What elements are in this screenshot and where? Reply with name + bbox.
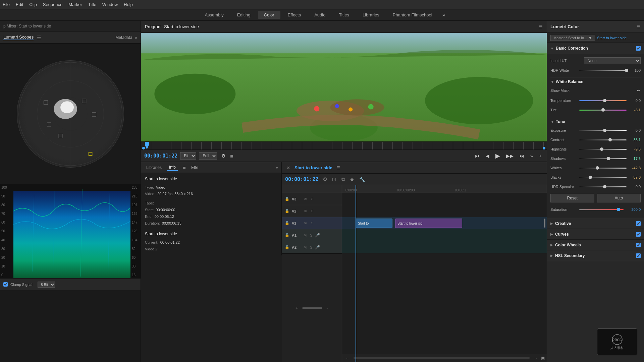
contrast-thumb[interactable] (608, 138, 612, 141)
zoom-slider[interactable] (302, 307, 322, 309)
hsl-secondary-section[interactable]: ▶ HSL Secondary (547, 250, 644, 261)
quality-select[interactable]: Full (199, 152, 217, 160)
tint-slider[interactable] (579, 110, 627, 111)
step-forward-btn[interactable]: ⏭ (518, 153, 526, 159)
tl-a2-area[interactable] (342, 241, 547, 253)
track-a2-lock[interactable]: 🔒 (284, 245, 290, 250)
menu-help[interactable]: Help (124, 2, 133, 7)
bit-depth-select[interactable]: 8 Bit (38, 282, 55, 288)
clip-start-to[interactable]: Start to (356, 219, 392, 228)
clamp-signal-checkbox[interactable] (3, 282, 8, 287)
settings-btn[interactable]: ⚙ (220, 153, 227, 159)
whites-thumb[interactable] (596, 166, 599, 170)
hdr-white-thumb[interactable] (625, 69, 628, 72)
track-a1-lock[interactable]: 🔒 (284, 233, 290, 238)
metadata-tab[interactable]: Metadata (115, 35, 132, 40)
tab-info[interactable]: Info (167, 164, 178, 171)
step-back-btn[interactable]: ⏮ (473, 153, 481, 159)
tab-libraries[interactable]: Libraries (357, 11, 385, 19)
menu-window[interactable]: Window (102, 2, 118, 7)
tab-editing[interactable]: Editing (231, 11, 257, 19)
clip-link[interactable]: Start to lower side... (597, 36, 630, 40)
track-a2-m[interactable]: M (303, 245, 308, 250)
menu-edit[interactable]: Edit (16, 2, 23, 7)
eyedropper-icon[interactable]: ✒ (637, 88, 641, 93)
temperature-slider[interactable] (579, 100, 627, 101)
exposure-slider[interactable] (579, 130, 627, 131)
track-v3-lock[interactable]: 🔒 (284, 196, 290, 201)
loop-btn[interactable]: » (529, 153, 535, 159)
add-mark-btn[interactable]: + (537, 153, 543, 159)
tab-audio[interactable]: Audio (308, 11, 331, 19)
fit-select[interactable]: Fit (180, 152, 196, 160)
basic-correction-header[interactable]: ▼ Basic Correction (547, 43, 644, 54)
saturation-thumb[interactable] (617, 208, 620, 211)
blacks-slider[interactable] (579, 177, 627, 178)
lumetri-menu-icon[interactable]: ☰ (637, 24, 641, 29)
hdr-specular-thumb[interactable] (603, 185, 606, 188)
tab-more-icon[interactable]: » (442, 12, 445, 18)
track-v2-vis[interactable]: 👁 (303, 209, 308, 214)
tl-hscroll[interactable] (354, 357, 530, 359)
whites-slider[interactable] (579, 168, 627, 169)
tl-wrench-btn[interactable]: 🔧 (358, 176, 366, 183)
program-monitor-menu[interactable]: ☰ (539, 24, 543, 29)
timeline-menu-icon[interactable]: ☰ (336, 166, 340, 170)
highlights-slider[interactable] (579, 149, 627, 150)
play-back-btn[interactable]: ◀ (484, 153, 491, 159)
in-point-marker[interactable] (142, 147, 145, 149)
playhead-bar[interactable] (141, 141, 547, 149)
hdr-white-slider[interactable] (579, 70, 627, 71)
zoom-out-btn[interactable]: - (325, 305, 329, 311)
track-a1-s[interactable]: S (309, 233, 313, 238)
tint-thumb[interactable] (601, 108, 605, 112)
tl-v2-area[interactable] (342, 205, 547, 217)
color-wheels-checkbox[interactable] (636, 243, 641, 247)
track-v1-sync[interactable]: ⊙ (310, 221, 315, 226)
curves-section[interactable]: ▶ Curves (547, 229, 644, 240)
tab-phantom[interactable]: Phantom Filmschool (387, 11, 438, 19)
zoom-in-btn[interactable]: + (294, 305, 300, 311)
track-v1-vis[interactable]: 👁 (303, 221, 308, 226)
out-point-marker[interactable] (543, 147, 545, 149)
tl-a1-area[interactable] (342, 229, 547, 241)
shadows-thumb[interactable] (607, 157, 610, 160)
shadows-slider[interactable] (579, 158, 627, 159)
tab-assembly[interactable]: Assembly (199, 11, 229, 19)
tab-libraries[interactable]: Libraries (144, 165, 164, 171)
tl-v3-area[interactable] (342, 193, 547, 205)
tab-color[interactable]: Color (258, 11, 280, 19)
auto-btn[interactable]: Auto (597, 194, 641, 202)
creative-section[interactable]: ▶ Creative (547, 218, 644, 229)
temperature-thumb[interactable] (603, 99, 606, 102)
master-selector[interactable]: Master * Start to lo... ▼ (550, 35, 595, 41)
tab-effects[interactable]: Effects (282, 11, 307, 19)
info-menu[interactable]: ☰ (182, 165, 186, 170)
track-a1-m[interactable]: M (303, 233, 308, 238)
basic-correction-checkbox[interactable] (636, 46, 641, 51)
menu-title[interactable]: Title (88, 2, 96, 7)
color-wheels-section[interactable]: ▶ Color Wheels (547, 240, 644, 250)
tl-link-btn[interactable]: ⧉ (340, 176, 346, 183)
tl-ripple-btn[interactable]: ⟲ (321, 175, 328, 183)
tl-scroll-left[interactable]: ← (344, 355, 352, 361)
highlights-thumb[interactable] (600, 147, 603, 151)
track-a2-s[interactable]: S (309, 245, 313, 250)
exposure-thumb[interactable] (603, 129, 606, 132)
track-v3-sync[interactable]: ⊙ (310, 196, 315, 201)
track-v3-vis[interactable]: 👁 (303, 197, 308, 201)
menu-sequence[interactable]: Sequence (43, 2, 63, 7)
creative-checkbox[interactable] (636, 221, 641, 226)
reset-btn[interactable]: Reset (550, 194, 594, 202)
menu-marker[interactable]: Marker (68, 2, 82, 7)
track-v2-sync[interactable]: ⊙ (310, 208, 315, 214)
play-forward-btn[interactable]: ▶▶ (504, 153, 515, 159)
input-lut-select[interactable]: None (584, 57, 641, 64)
panel-expand[interactable]: » (135, 35, 137, 40)
tl-scroll-right[interactable]: → (532, 355, 539, 361)
hsl-checkbox[interactable] (636, 253, 641, 258)
tl-marker-btn[interactable]: ◆ (349, 176, 355, 183)
timeline-playhead[interactable] (356, 185, 356, 362)
info-expand[interactable]: » (276, 165, 278, 170)
menu-clip[interactable]: Clip (29, 2, 37, 7)
